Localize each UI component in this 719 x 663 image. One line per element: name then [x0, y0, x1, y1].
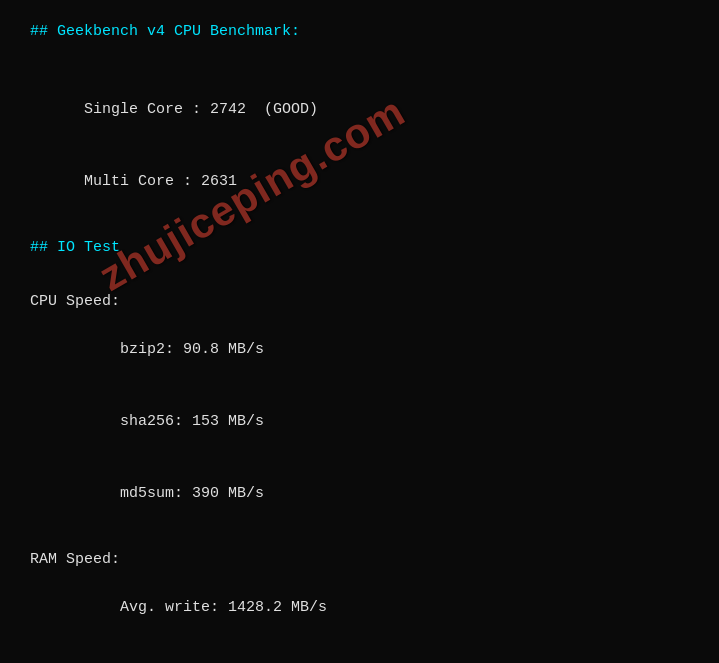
single-core-line: Single Core : 2742 (GOOD) — [48, 74, 689, 146]
sha256-value: : 153 MB/s — [174, 413, 264, 430]
multi-core-separator: : — [174, 173, 201, 190]
bzip2-label: bzip2 — [120, 341, 165, 358]
avg-write-value: : 1428.2 MB/s — [210, 599, 327, 616]
single-core-separator: : — [183, 101, 210, 118]
io-test-header: ## IO Test — [30, 236, 689, 260]
geekbench-section: ## Geekbench v4 CPU Benchmark: Single Co… — [30, 20, 689, 218]
md5sum-line: md5sum: 390 MB/s — [66, 458, 689, 530]
bzip2-value: : 90.8 MB/s — [165, 341, 264, 358]
sha256-line: sha256: 153 MB/s — [66, 386, 689, 458]
avg-read-line: Avg. read: 5085.9 MB/s — [66, 644, 689, 663]
cpu-speed-block: CPU Speed: bzip2: 90.8 MB/s sha256: 153 … — [30, 290, 689, 530]
single-core-good: (GOOD) — [264, 101, 318, 118]
single-core-label: Single Core — [84, 101, 183, 118]
avg-write-line: Avg. write: 1428.2 MB/s — [66, 572, 689, 644]
ram-speed-block: RAM Speed: Avg. write: 1428.2 MB/s Avg. … — [30, 548, 689, 663]
single-core-note — [246, 101, 264, 118]
sha256-label: sha256 — [120, 413, 174, 430]
multi-core-value: 2631 — [201, 173, 237, 190]
single-core-value: 2742 — [210, 101, 246, 118]
multi-core-line: Multi Core : 2631 — [48, 146, 689, 218]
io-test-section: ## IO Test CPU Speed: bzip2: 90.8 MB/s s… — [30, 236, 689, 663]
avg-write-label: Avg. write — [120, 599, 210, 616]
bzip2-line: bzip2: 90.8 MB/s — [66, 314, 689, 386]
multi-core-label: Multi Core — [84, 173, 174, 190]
cpu-speed-label: CPU Speed: — [30, 290, 689, 314]
geekbench-header: ## Geekbench v4 CPU Benchmark: — [30, 20, 689, 44]
md5sum-label: md5sum — [120, 485, 174, 502]
md5sum-value: : 390 MB/s — [174, 485, 264, 502]
ram-speed-label: RAM Speed: — [30, 548, 689, 572]
